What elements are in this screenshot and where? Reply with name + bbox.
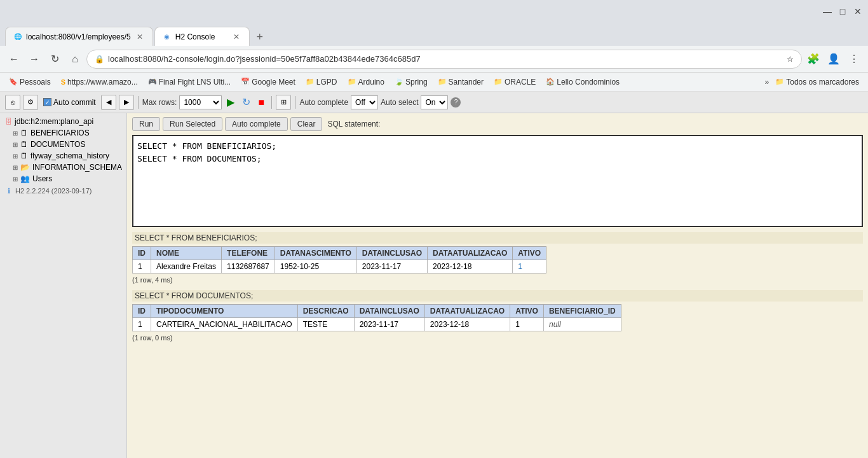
- bookmark-lgpd-icon: 📁: [306, 78, 315, 86]
- sidebar-item-documentos[interactable]: ⊞ 🗒 DOCUMENTOS: [3, 139, 124, 150]
- auto-complete-select[interactable]: Off On: [351, 95, 378, 109]
- expand-icon-flyway[interactable]: ⊞: [13, 153, 18, 160]
- sidebar-item-flyway[interactable]: ⊞ 🗒 flyway_schema_history: [3, 150, 124, 162]
- bookmark-googlemeet[interactable]: 📅 Google Meet: [237, 76, 299, 88]
- sidebar-users-label: Users: [32, 174, 52, 183]
- db-icon: 🗄: [5, 118, 12, 125]
- run-green-button[interactable]: ▶: [224, 96, 237, 109]
- tab-employees[interactable]: 🌐 localhost:8080/v1/employees/5 ✕: [5, 27, 153, 46]
- cell-nome: Alexandre Freitas: [151, 260, 222, 274]
- result-info-2: (1 row, 0 ms): [132, 334, 863, 342]
- tab-close-employees[interactable]: ✕: [135, 32, 145, 42]
- bookmark-amazon[interactable]: S https://www.amazo...: [57, 76, 142, 88]
- new-tab-button[interactable]: +: [251, 28, 269, 46]
- bookmark-finalfight-icon: 🎮: [148, 78, 157, 86]
- auto-select-label: Auto select: [381, 98, 418, 107]
- expand-icon-beneficiarios[interactable]: ⊞: [13, 130, 18, 137]
- table-row: 1 CARTEIRA_NACIONAL_HABILITACAO TESTE 20…: [133, 318, 621, 331]
- result-query-2: SELECT * FROM DOCUMENTOS;: [132, 290, 863, 302]
- expand-icon-users[interactable]: ⊞: [13, 176, 18, 183]
- max-rows-select[interactable]: 1000 10000 100000: [179, 95, 222, 109]
- back-button[interactable]: ←: [5, 50, 23, 68]
- h2-history-back-button[interactable]: ◀: [101, 95, 116, 110]
- sidebar-version: ℹ H2 2.2.224 (2023-09-17): [3, 184, 124, 197]
- auto-complete-label: Auto complete: [299, 98, 348, 107]
- auto-commit-label: Auto commit: [53, 98, 96, 107]
- col-id-2: ID: [133, 305, 151, 318]
- col-id-1: ID: [133, 247, 151, 260]
- cell-ativo[interactable]: 1: [513, 260, 546, 274]
- col-dataatualizacao-2: DATAATUALIZACAO: [424, 305, 510, 318]
- tab-bar: 🌐 localhost:8080/v1/employees/5 ✕ ◉ H2 C…: [0, 23, 868, 46]
- h2-disconnect-button[interactable]: ⎋: [5, 95, 20, 110]
- cell-telefone: 1132687687: [222, 260, 275, 274]
- h2-history-fwd-button[interactable]: ▶: [119, 95, 134, 110]
- h2-preferences-button[interactable]: ⚙: [23, 95, 38, 110]
- bookmark-oracle[interactable]: 📁 ORACLE: [490, 76, 539, 88]
- bookmark-todos-icon: 📁: [775, 78, 784, 86]
- expand-icon-documentos[interactable]: ⊞: [13, 141, 18, 148]
- help-button[interactable]: ?: [451, 97, 461, 108]
- h2-toolbar: ⎋ ⚙ ✓ Auto commit ◀ ▶ Max rows: 1000 100…: [0, 92, 868, 113]
- tab-h2console[interactable]: ◉ H2 Console ✕: [154, 27, 250, 46]
- folder-icon-information-schema: 📂: [20, 163, 30, 172]
- results-area: SELECT * FROM BENEFICIARIOS; ID NOME TEL…: [127, 227, 868, 353]
- nav-bar: ← → ↻ ⌂ 🔒 localhost:8080/h2-console/logi…: [0, 46, 868, 73]
- run-refresh-button[interactable]: ↻: [240, 96, 252, 109]
- users-icon: 👥: [20, 174, 30, 183]
- auto-complete-sql-button[interactable]: Auto complete: [225, 117, 288, 131]
- sidebar-item-users[interactable]: ⊞ 👥 Users: [3, 173, 124, 184]
- bookmark-santander[interactable]: 📁 Santander: [434, 76, 487, 88]
- nav-icons-right: 🧩 👤 ⋮: [804, 50, 863, 68]
- home-button[interactable]: ⌂: [66, 50, 84, 68]
- run-selected-button[interactable]: Run Selected: [163, 117, 222, 131]
- col-ativo-1: ATIVO: [513, 247, 546, 260]
- stop-button[interactable]: ■: [255, 96, 268, 109]
- sql-toolbar: Run Run Selected Auto complete Clear SQL…: [127, 113, 868, 135]
- h2-extra-button[interactable]: ⊞: [276, 95, 291, 110]
- bookmark-finalfight-label: Final Fight LNS Ulti...: [159, 78, 231, 87]
- tab-title-employees: localhost:8080/v1/employees/5: [26, 32, 131, 41]
- cell-datainclusao: 2023-11-17: [356, 260, 427, 274]
- bookmark-spring-icon: 🍃: [395, 78, 403, 86]
- result-table-2: ID TIPODOCUMENTO DESCRICAO DATAINCLUSAO …: [132, 304, 621, 331]
- extensions-icon[interactable]: 🧩: [804, 50, 822, 68]
- tab-close-h2[interactable]: ✕: [231, 32, 241, 42]
- address-bar[interactable]: 🔒 localhost:8080/h2-console/login.do?jse…: [86, 50, 802, 69]
- bookmark-googlemeet-label: Google Meet: [252, 78, 295, 87]
- expand-icon-information-schema[interactable]: ⊞: [13, 164, 18, 171]
- content-area: Run Run Selected Auto complete Clear SQL…: [127, 113, 868, 458]
- bookmark-star-icon[interactable]: ☆: [787, 55, 794, 64]
- clear-button[interactable]: Clear: [290, 117, 323, 131]
- run-button[interactable]: Run: [132, 117, 160, 131]
- bookmark-pessoais[interactable]: 🔖 Pessoais: [5, 76, 55, 88]
- sql-editor[interactable]: SELECT * FROM BENEFICIARIOS; SELECT * FR…: [132, 135, 863, 227]
- menu-icon[interactable]: ⋮: [845, 50, 863, 68]
- bookmarks-bar: 🔖 Pessoais S https://www.amazo... 🎮 Fina…: [0, 73, 868, 92]
- sidebar-item-beneficiarios[interactable]: ⊞ 🗒 BENEFICIARIOS: [3, 127, 124, 139]
- sidebar-connection[interactable]: 🗄 jdbc:h2:mem:plano_api: [3, 116, 124, 127]
- reload-button[interactable]: ↻: [46, 50, 64, 68]
- auto-select-select[interactable]: On Off: [421, 95, 448, 109]
- bookmark-arduino[interactable]: 📁 Arduino: [344, 76, 388, 88]
- bookmark-finalfight[interactable]: 🎮 Final Fight LNS Ulti...: [144, 76, 234, 88]
- cell-datainclusao-2: 2023-11-17: [354, 318, 424, 331]
- bookmark-todos[interactable]: 📁 Todos os marcadores: [771, 76, 863, 88]
- forward-button[interactable]: →: [25, 50, 43, 68]
- profile-icon[interactable]: 👤: [825, 50, 843, 68]
- bookmark-oracle-icon: 📁: [494, 78, 503, 86]
- auto-commit-checkbox[interactable]: ✓: [43, 98, 51, 106]
- info-icon: ℹ: [8, 187, 10, 195]
- col-dataatualizacao-1: DATAATUALIZACAO: [428, 247, 513, 260]
- sidebar-connection-label: jdbc:h2:mem:plano_api: [15, 117, 93, 126]
- sidebar: 🗄 jdbc:h2:mem:plano_api ⊞ 🗒 BENEFICIARIO…: [0, 113, 127, 458]
- bookmarks-more-button[interactable]: »: [765, 78, 770, 87]
- bookmark-lgpd[interactable]: 📁 LGPD: [302, 76, 341, 88]
- window-controls[interactable]: — □ ✕: [822, 6, 863, 17]
- close-button[interactable]: ✕: [853, 6, 863, 17]
- sidebar-item-information-schema[interactable]: ⊞ 📂 INFORMATION_SCHEMA: [3, 162, 124, 173]
- minimize-button[interactable]: —: [822, 6, 832, 17]
- bookmark-spring[interactable]: 🍃 Spring: [391, 76, 431, 88]
- maximize-button[interactable]: □: [837, 6, 848, 17]
- bookmark-lello[interactable]: 🏠 Lello Condominios: [542, 76, 623, 88]
